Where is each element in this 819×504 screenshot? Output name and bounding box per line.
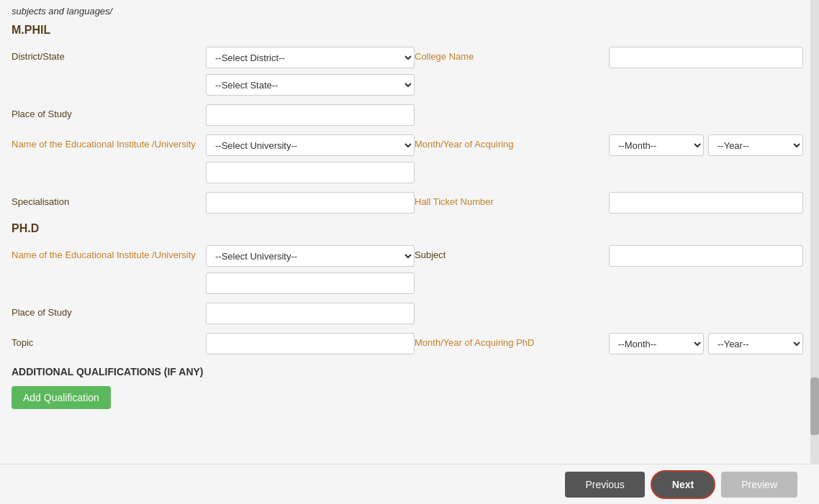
mphil-spec-input[interactable] (206, 192, 415, 214)
mphil-monthyear-col: Month/Year of Acquiring --Month-- --Year… (415, 134, 803, 156)
mphil-edu-label: Name of the Educational Institute /Unive… (12, 134, 206, 151)
phd-place-control (206, 303, 415, 324)
mphil-hall-input[interactable] (609, 192, 803, 214)
scroll-area: subjects and languages/ M.PHIL District/… (0, 0, 819, 464)
additional-section-title: ADDITIONAL QUALIFICATIONS (IF ANY) (12, 366, 807, 377)
mphil-district-label: District/State (12, 47, 206, 63)
mphil-college-control (609, 47, 803, 68)
mphil-year-select[interactable]: --Year-- (708, 134, 803, 156)
footer-bar: Previous Next Preview (0, 464, 819, 504)
phd-place-row: Place of Study (12, 303, 807, 324)
phd-topic-control (206, 333, 415, 354)
phd-place-label: Place of Study (12, 303, 206, 319)
phd-topic-row: Topic Month/Year of Acquiring PhD --Mont… (12, 333, 807, 354)
phd-edu-control: --Select University-- (206, 245, 415, 294)
phd-university-input[interactable] (206, 272, 415, 294)
mphil-month-select[interactable]: --Month-- (609, 134, 704, 156)
mphil-university-input[interactable] (206, 162, 415, 183)
mphil-college-col: College Name (415, 47, 803, 68)
phd-topic-col: Topic (12, 333, 415, 354)
phd-topic-label: Topic (12, 333, 206, 349)
mphil-section-title: M.PHIL (12, 24, 807, 37)
phd-section-title: PH.D (12, 222, 807, 235)
mphil-place-label: Place of Study (12, 104, 206, 121)
mphil-spec-hall-row: Specialisation Hall Ticket Number (12, 192, 807, 214)
mphil-district-col: District/State --Select District-- --Sel… (12, 47, 415, 96)
mphil-district-select[interactable]: --Select District-- (206, 47, 415, 68)
mphil-monthyear-control: --Month-- --Year-- (609, 134, 803, 156)
mphil-place-control (206, 104, 415, 126)
mphil-place-row: Place of Study (12, 104, 807, 126)
phd-subject-col: Subject (415, 245, 803, 267)
phd-topic-input[interactable] (206, 333, 415, 354)
phd-edu-col: Name of the Educational Institute /Unive… (12, 245, 415, 294)
mphil-university-select[interactable]: --Select University-- (206, 134, 415, 156)
mphil-spec-control (206, 192, 415, 214)
phd-year-select[interactable]: --Year-- (708, 333, 803, 354)
phd-monthyear-col: Month/Year of Acquiring PhD --Month-- --… (415, 333, 803, 354)
mphil-college-input[interactable] (609, 47, 803, 68)
mphil-spec-col: Specialisation (12, 192, 415, 214)
mphil-place-input[interactable] (206, 104, 415, 126)
phd-edu-row: Name of the Educational Institute /Unive… (12, 245, 807, 294)
phd-subject-label: Subject (415, 245, 609, 262)
mphil-spec-label: Specialisation (12, 192, 206, 209)
mphil-place-col: Place of Study (12, 104, 415, 126)
mphil-state-select[interactable]: --Select State-- (206, 74, 415, 96)
mphil-district-college-row: District/State --Select District-- --Sel… (12, 47, 807, 96)
previous-button[interactable]: Previous (565, 472, 644, 498)
phd-subject-input[interactable] (609, 245, 803, 267)
preview-button[interactable]: Preview (721, 472, 797, 498)
phd-university-select[interactable]: --Select University-- (206, 245, 415, 267)
mphil-college-label: College Name (415, 47, 609, 63)
mphil-edu-control: --Select University-- (206, 134, 415, 183)
phd-month-select[interactable]: --Month-- (609, 333, 704, 354)
mphil-district-control: --Select District-- --Select State-- (206, 47, 415, 96)
mphil-hall-col: Hall Ticket Number (415, 192, 803, 214)
phd-edu-label: Name of the Educational Institute /Unive… (12, 245, 206, 262)
next-button[interactable]: Next (651, 470, 715, 499)
mphil-hall-label: Hall Ticket Number (415, 192, 609, 209)
phd-monthyear-control: --Month-- --Year-- (609, 333, 803, 354)
phd-place-input[interactable] (206, 303, 415, 324)
phd-monthyear-wrap: --Month-- --Year-- (609, 333, 803, 354)
scrollbar[interactable] (810, 0, 819, 464)
page-wrapper: subjects and languages/ M.PHIL District/… (0, 0, 819, 504)
mphil-edu-col: Name of the Educational Institute /Unive… (12, 134, 415, 183)
mphil-hall-control (609, 192, 803, 214)
mphil-edu-row: Name of the Educational Institute /Unive… (12, 134, 807, 183)
phd-subject-control (609, 245, 803, 267)
phd-monthyear-label: Month/Year of Acquiring PhD (415, 333, 609, 349)
mphil-monthyear-label: Month/Year of Acquiring (415, 134, 609, 151)
top-text: subjects and languages/ (12, 6, 807, 17)
mphil-monthyear-wrap: --Month-- --Year-- (609, 134, 803, 156)
phd-place-col: Place of Study (12, 303, 415, 324)
scrollbar-thumb[interactable] (810, 377, 819, 435)
add-qualification-button[interactable]: Add Qualification (12, 386, 111, 409)
